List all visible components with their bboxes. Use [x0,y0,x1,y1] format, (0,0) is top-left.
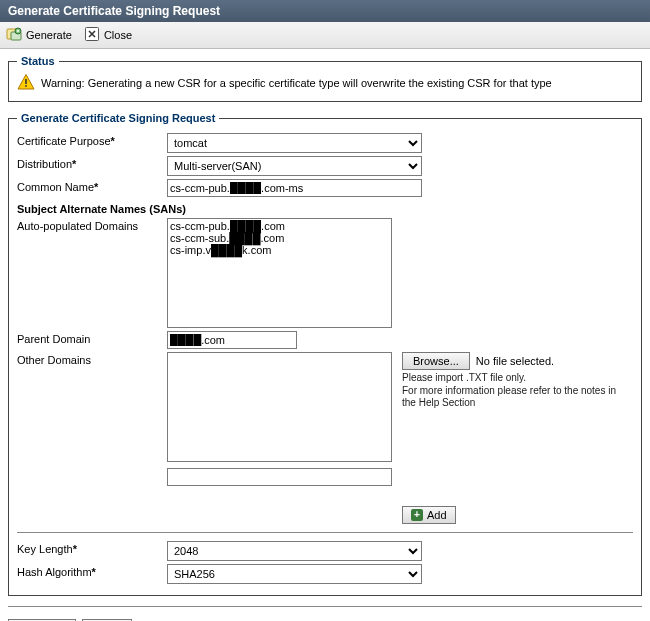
parent-domain-input[interactable] [167,331,297,349]
csr-form-legend: Generate Certificate Signing Request [17,112,219,124]
window-title: Generate Certificate Signing Request [8,4,220,18]
label-distribution: Distribution* [17,156,167,170]
toolbar: Generate Close [0,22,650,49]
label-parent-domain: Parent Domain [17,331,167,345]
label-other-domains: Other Domains [17,352,167,366]
other-domains-textarea[interactable] [167,352,392,462]
san-heading: Subject Alternate Names (SANs) [17,203,633,215]
toolbar-generate-button[interactable]: Generate [6,26,72,44]
footer-separator [8,606,642,607]
key-length-select[interactable]: 2048 [167,541,422,561]
label-common-name: Common Name* [17,179,167,193]
status-warning-text: Warning: Generating a new CSR for a spec… [41,77,552,89]
toolbar-close-label: Close [104,29,132,41]
label-auto-domains: Auto-populated Domains [17,218,167,232]
separator [17,532,633,533]
toolbar-close-button[interactable]: Close [84,26,132,44]
common-name-input[interactable] [167,179,422,197]
status-legend: Status [17,55,59,67]
svg-rect-5 [25,85,27,87]
browse-help-text: Please import .TXT file only. For more i… [402,372,632,410]
window-titlebar: Generate Certificate Signing Request [0,0,650,22]
no-file-text: No file selected. [476,355,554,367]
label-hash-algorithm: Hash Algorithm* [17,564,167,578]
csr-form-fieldset: Generate Certificate Signing Request Cer… [8,112,642,596]
label-certificate-purpose: Certificate Purpose* [17,133,167,147]
auto-domains-textarea[interactable] [167,218,392,328]
certificate-purpose-select[interactable]: tomcat [167,133,422,153]
hash-algorithm-select[interactable]: SHA256 [167,564,422,584]
add-button-label: Add [427,509,447,521]
distribution-select[interactable]: Multi-server(SAN) [167,156,422,176]
svg-rect-4 [25,79,27,84]
generate-icon [6,26,22,44]
add-button[interactable]: + Add [402,506,456,524]
plus-icon: + [411,509,423,521]
close-icon [84,26,100,44]
browse-button[interactable]: Browse... [402,352,470,370]
other-domain-input[interactable] [167,468,392,486]
label-key-length: Key Length* [17,541,167,555]
status-fieldset: Status Warning: Generating a new CSR for… [8,55,642,102]
warning-icon [17,73,35,93]
toolbar-generate-label: Generate [26,29,72,41]
